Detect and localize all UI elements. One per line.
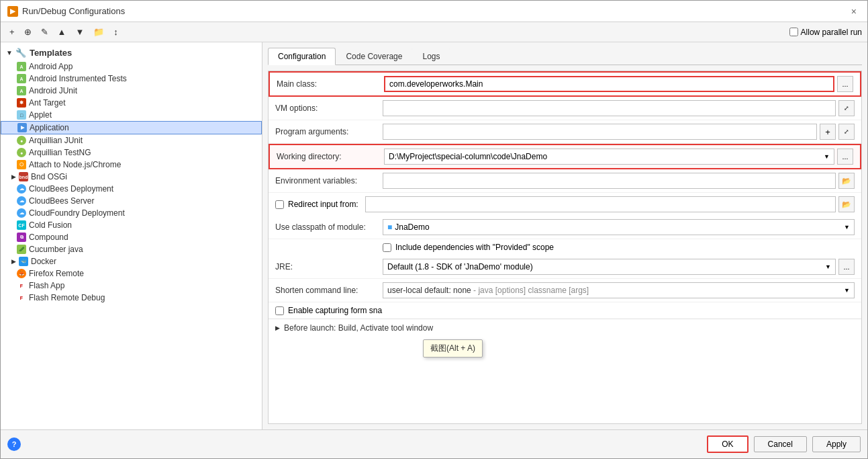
tree-item-label: CloudBees Server	[29, 196, 94, 206]
allow-parallel-checkbox[interactable]	[789, 28, 798, 36]
working-dir-input[interactable]: D:\MyProject\special-column\code\JnaDemo…	[384, 149, 834, 165]
cloudbees-deploy-icon: ☁	[17, 184, 26, 194]
classpath-select[interactable]: ■ JnaDemo ▼	[383, 219, 855, 235]
tree-item-cucumber[interactable]: 🥒 Cucumber java	[1, 243, 262, 255]
program-args-input[interactable]	[383, 124, 817, 140]
tab-code-coverage[interactable]: Code Coverage	[336, 48, 412, 65]
jre-select[interactable]: Default (1.8 - SDK of 'JnaDemo' module) …	[383, 259, 836, 275]
applet-icon: □	[17, 110, 26, 120]
main-class-browse-button[interactable]: ...	[837, 76, 853, 92]
program-args-add-button[interactable]: +	[820, 124, 836, 140]
form-content: Main class: com.developerworks.Main ... …	[268, 71, 862, 424]
tree-item-applet[interactable]: □ Applet	[1, 109, 262, 121]
move-down-button[interactable]: ▼	[72, 25, 87, 39]
flash-app-icon: F	[17, 281, 26, 290]
tree-group-label: Docker	[31, 257, 56, 266]
tree-item-attach-nodejs[interactable]: ⬡ Attach to Node.js/Chrome	[1, 159, 262, 171]
jre-browse-button[interactable]: ...	[838, 259, 855, 275]
tree-item-application[interactable]: ▶ Application	[1, 121, 262, 134]
tab-logs[interactable]: Logs	[412, 48, 450, 65]
jre-value: Default (1.8 - SDK of 'JnaDemo' module)	[387, 262, 533, 272]
classpath-label: Use classpath of module:	[275, 222, 383, 232]
shorten-cmd-control: user-local default: none - java [options…	[383, 282, 855, 298]
tree-item-label: CloudFoundry Deployment	[29, 208, 125, 218]
redirect-input-field[interactable]	[365, 196, 836, 212]
tree-root[interactable]: ▼ 🔧 Templates	[1, 45, 262, 60]
help-button[interactable]: ?	[7, 437, 21, 451]
docker-icon: 🐳	[19, 257, 28, 266]
attach-icon: ⬡	[17, 160, 26, 169]
classpath-value: ■ JnaDemo	[387, 222, 430, 232]
run-debug-dialog: ▶ Run/Debug Configurations × + ⊕ ✎ ▲ ▼ 📁…	[0, 0, 868, 459]
enable-capturing-checkbox[interactable]	[275, 306, 284, 315]
vm-options-input[interactable]	[383, 100, 836, 116]
program-args-label: Program arguments:	[275, 127, 383, 136]
jre-control: Default (1.8 - SDK of 'JnaDemo' module) …	[383, 259, 855, 275]
tree-item-android-instrumented[interactable]: A Android Instrumented Tests	[1, 73, 262, 85]
tree-item-cloudfoundry[interactable]: ☁ CloudFoundry Deployment	[1, 207, 262, 219]
folder-button[interactable]: 📁	[90, 25, 107, 39]
shorten-cmd-chevron: ▼	[844, 287, 850, 294]
include-deps-checkbox[interactable]	[383, 243, 391, 252]
tree-item-android-junit[interactable]: A Android JUnit	[1, 85, 262, 97]
cancel-button[interactable]: Cancel	[754, 436, 807, 452]
dialog-title: Run/Debug Configurations	[22, 6, 847, 16]
group-arrow: ▶	[11, 173, 16, 180]
tree-item-label: CloudBees Deployment	[29, 184, 113, 194]
before-launch-section[interactable]: ▶ Before launch: Build, Activate tool wi…	[269, 319, 861, 337]
allow-parallel-label: Allow parallel run	[801, 28, 862, 37]
before-launch-label: Before launch: Build, Activate tool wind…	[284, 323, 433, 333]
tree-item-cloudbees-server[interactable]: ☁ CloudBees Server	[1, 195, 262, 207]
sort-button[interactable]: ↕	[110, 25, 122, 39]
tree-item-android-app[interactable]: A Android App	[1, 60, 262, 73]
working-dir-label: Working directory:	[277, 152, 384, 161]
apply-button[interactable]: Apply	[812, 436, 861, 452]
tree-item-firefox-remote[interactable]: 🦊 Firefox Remote	[1, 267, 262, 280]
tree-item-flash-remote[interactable]: F Flash Remote Debug	[1, 292, 262, 304]
tab-configuration[interactable]: Configuration	[268, 48, 336, 65]
wrench-icon: 🔧	[15, 48, 26, 58]
tree-item-label: Arquillian TestNG	[29, 148, 91, 157]
shorten-cmd-select[interactable]: user-local default: none - java [options…	[383, 282, 855, 298]
redirect-browse-button[interactable]: 📂	[838, 196, 855, 212]
main-content: ▼ 🔧 Templates A Android App A Android In…	[1, 42, 867, 429]
tree-item-arquillian-testng[interactable]: ● Arquillian TestNG	[1, 147, 262, 159]
tree-item-ant-target[interactable]: ✱ Ant Target	[1, 97, 262, 109]
tree-item-compound[interactable]: ⧉ Compound	[1, 231, 262, 243]
close-button[interactable]: ×	[847, 5, 861, 18]
tree-item-label: Flash App	[29, 281, 64, 290]
jre-row: JRE: Default (1.8 - SDK of 'JnaDemo' mod…	[269, 255, 861, 279]
main-class-input[interactable]: com.developerworks.Main	[384, 76, 834, 92]
tree-item-cold-fusion[interactable]: CF Cold Fusion	[1, 219, 262, 231]
move-up-button[interactable]: ▲	[54, 25, 70, 39]
tree-item-label: Applet	[29, 110, 52, 120]
tree-group-label: Bnd OSGi	[31, 172, 67, 181]
tree-item-arquillian-junit[interactable]: ● Arquillian JUnit	[1, 134, 262, 147]
vm-options-row: VM options: ⤢	[269, 97, 861, 120]
tree-item-label: Android App	[29, 62, 73, 71]
env-vars-browse-button[interactable]: 📂	[838, 173, 855, 189]
jre-label: JRE:	[275, 262, 383, 272]
bnd-icon: bnd	[19, 172, 28, 181]
redirect-input-label: Redirect input from:	[288, 200, 358, 209]
env-vars-input[interactable]	[383, 173, 836, 189]
tree-item-label: Ant Target	[29, 98, 65, 108]
docker-group-arrow: ▶	[11, 258, 16, 265]
tree-group-docker[interactable]: ▶ 🐳 Docker	[1, 255, 262, 267]
main-class-control: com.developerworks.Main ...	[384, 76, 853, 92]
cold-fusion-icon: CF	[17, 220, 26, 230]
edit-config-button[interactable]: ✎	[38, 25, 52, 39]
add-config-button[interactable]: +	[6, 25, 18, 39]
tree-item-flash-app[interactable]: F Flash App	[1, 280, 262, 292]
tree-group-bnd[interactable]: ▶ bnd Bnd OSGi	[1, 171, 262, 183]
vm-options-expand-button[interactable]: ⤢	[838, 100, 855, 116]
tree-item-label: Compound	[29, 233, 68, 242]
redirect-input-checkbox[interactable]	[275, 200, 284, 209]
working-dir-browse-button[interactable]: ...	[837, 149, 853, 165]
ok-button[interactable]: OK	[707, 435, 748, 453]
tree-item-cloudbees-deploy[interactable]: ☁ CloudBees Deployment	[1, 183, 262, 195]
tree-item-label: Application	[30, 123, 69, 132]
program-args-expand-button[interactable]: ⤢	[838, 124, 855, 140]
copy-config-button[interactable]: ⊕	[21, 25, 35, 39]
program-args-row: Program arguments: + ⤢	[269, 120, 861, 144]
